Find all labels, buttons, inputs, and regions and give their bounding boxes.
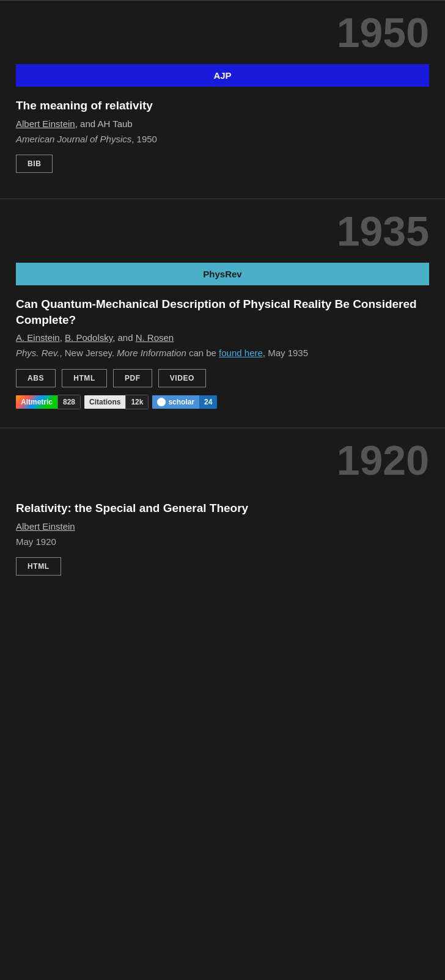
video-button[interactable]: VIDEO — [158, 369, 206, 387]
scholar-icon — [157, 398, 166, 406]
html-button-1935[interactable]: HTML — [62, 369, 107, 387]
pdf-button[interactable]: PDF — [113, 369, 152, 387]
pub-ref-1920: May 1920 — [16, 535, 429, 549]
year-1935: 1935 — [16, 199, 429, 263]
html-button-1920[interactable]: HTML — [16, 557, 61, 576]
citations-value: 12k — [125, 395, 149, 409]
author-rosen[interactable]: N. Rosen — [136, 332, 174, 343]
section-1920: 1920 Relativity: the Special and General… — [0, 428, 445, 601]
scholar-value: 24 — [199, 395, 217, 409]
buttons-row-1950: BIB — [16, 155, 429, 173]
journal-bar-ajp[interactable]: AJP — [16, 64, 429, 87]
author-einstein-1920[interactable]: Albert Einstein — [16, 521, 75, 532]
metrics-row-1935: Altmetric 828 Citations 12k scholar 24 — [16, 395, 429, 409]
section-1935: 1935 PhysRev Can Quantum-Mechanical Desc… — [0, 199, 445, 428]
citations-label: Citations — [84, 395, 125, 409]
pub-title-1950: The meaning of relativity — [16, 98, 429, 114]
year-1950: 1950 — [16, 1, 429, 64]
abs-button[interactable]: ABS — [16, 369, 56, 387]
journal-bar-physrev[interactable]: PhysRev — [16, 263, 429, 285]
bib-button-1950[interactable]: BIB — [16, 155, 53, 173]
citations-badge[interactable]: Citations 12k — [84, 395, 149, 409]
pub-authors-1950: Albert Einstein, and AH Taub — [16, 119, 429, 129]
altmetric-label: Altmetric — [16, 395, 57, 409]
pub-authors-1920: Albert Einstein — [16, 521, 429, 532]
altmetric-badge[interactable]: Altmetric 828 — [16, 395, 81, 409]
section-1950: 1950 AJP The meaning of relativity Alber… — [0, 0, 445, 199]
found-here-link[interactable]: found here — [219, 348, 263, 358]
scholar-label: scholar — [152, 395, 199, 409]
buttons-row-1920: HTML — [16, 557, 429, 576]
no-journal-spacer — [16, 492, 429, 500]
pub-ref-1950: American Journal of Physics, 1950 — [16, 133, 429, 147]
altmetric-value: 828 — [57, 395, 81, 409]
author-einstein-1935[interactable]: A. Einstein — [16, 332, 60, 343]
year-1920: 1920 — [16, 428, 429, 492]
pub-title-1935: Can Quantum-Mechanical Description of Ph… — [16, 296, 429, 327]
pub-authors-1935: A. Einstein, B. Podolsky, and N. Rosen — [16, 332, 429, 343]
author-podolsky[interactable]: B. Podolsky — [65, 332, 112, 343]
buttons-row-1935: ABS HTML PDF VIDEO — [16, 369, 429, 387]
scholar-badge[interactable]: scholar 24 — [152, 395, 217, 409]
author-einstein-1950[interactable]: Albert Einstein — [16, 119, 75, 129]
pub-title-1920: Relativity: the Special and General Theo… — [16, 500, 429, 516]
pub-ref-1935: Phys. Rev., New Jersey. More Information… — [16, 346, 429, 360]
